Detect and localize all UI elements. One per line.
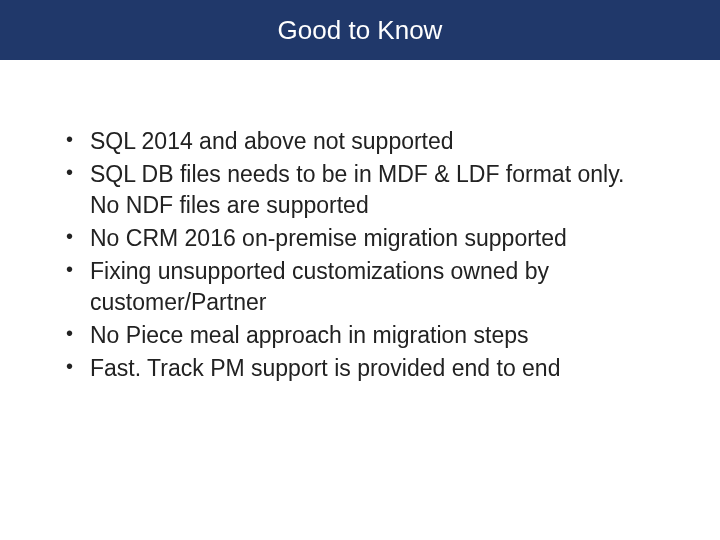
list-item: Fixing unsupported customizations owned … [60,256,660,318]
slide-content: SQL 2014 and above not supported SQL DB … [0,60,720,384]
list-item: Fast. Track PM support is provided end t… [60,353,660,384]
list-item: No Piece meal approach in migration step… [60,320,660,351]
bullet-list: SQL 2014 and above not supported SQL DB … [60,126,660,384]
list-item: SQL 2014 and above not supported [60,126,660,157]
slide-header: Good to Know [0,0,720,60]
slide-title: Good to Know [278,15,443,46]
list-item: SQL DB files needs to be in MDF & LDF fo… [60,159,660,221]
list-item: No CRM 2016 on-premise migration support… [60,223,660,254]
